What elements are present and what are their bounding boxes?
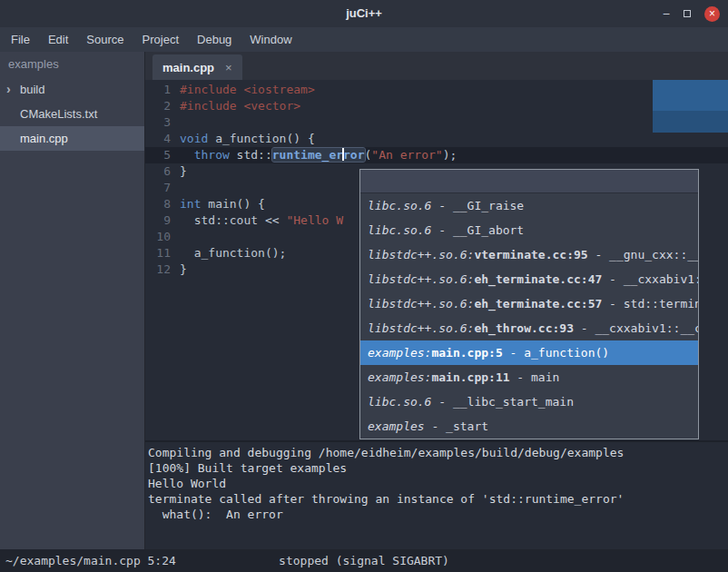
frame-library: libc.so.6 xyxy=(368,395,431,409)
backtrace-item[interactable]: libstdc++.so.6:eh_terminate.cc:57 - std:… xyxy=(360,291,698,316)
backtrace-item[interactable]: libc.so.6 - __libc_start_main xyxy=(360,390,698,414)
tree-item-label: CMakeLists.txt xyxy=(20,107,97,121)
frame-function: - __gnu_cxx::__verbos xyxy=(588,248,698,261)
code-segment: throw xyxy=(194,148,230,162)
project-name: examples xyxy=(0,52,144,77)
frame-function: - __libc_start_main xyxy=(431,395,574,409)
tree-item-cmakelists-txt[interactable]: CMakeLists.txt xyxy=(0,102,144,126)
frame-location: main.cpp:5 xyxy=(431,346,502,360)
line-number: 10 xyxy=(147,229,171,245)
line-number: 1 xyxy=(147,82,171,98)
code-segment: #include <iostream> xyxy=(180,83,315,96)
backtrace-item[interactable]: examples - _start xyxy=(360,414,698,439)
menu-item-edit[interactable]: Edit xyxy=(39,27,77,52)
line-number: 8 xyxy=(147,196,171,212)
expander-icon[interactable]: › xyxy=(6,77,11,102)
tab-close-icon[interactable]: × xyxy=(225,61,232,74)
frame-library: libstdc++.so.6: xyxy=(368,248,474,261)
frame-location: eh_terminate.cc:47 xyxy=(474,272,602,286)
code-segment: } xyxy=(180,262,187,276)
maximize-icon[interactable] xyxy=(684,10,691,17)
backtrace-item[interactable]: libstdc++.so.6:eh_terminate.cc:47 - __cx… xyxy=(360,267,698,291)
code-segment xyxy=(180,148,194,162)
minimize-icon[interactable]: − xyxy=(663,7,670,20)
popup-search-input[interactable] xyxy=(360,170,698,193)
menu-item-debug[interactable]: Debug xyxy=(188,27,241,52)
frame-function: - __cxxabiv1::__term xyxy=(602,272,698,286)
terminal-output[interactable]: Compiling and debugging /home/eidheim/ex… xyxy=(145,440,728,549)
menubar: FileEditSourceProjectDebugWindow xyxy=(0,27,728,52)
menu-item-source[interactable]: Source xyxy=(77,27,133,52)
exception-tooltip xyxy=(653,80,728,133)
tree-item-main-cpp[interactable]: main.cpp xyxy=(0,126,144,151)
tree-item-label: build xyxy=(20,83,44,96)
line-number: 7 xyxy=(147,180,171,196)
line-number: 2 xyxy=(147,98,171,114)
frame-library: examples: xyxy=(368,346,431,360)
frame-function: - __cxxabiv1::__cxa_thro xyxy=(574,321,698,335)
frame-location: eh_terminate.cc:57 xyxy=(474,297,602,311)
frame-function: - a_function() xyxy=(503,346,609,360)
code-segment: #include <vector> xyxy=(180,99,300,113)
frame-library: libc.so.6 xyxy=(368,199,431,212)
code-segment: a_function(); xyxy=(180,246,286,260)
code-line[interactable]: 5 throw std::runtime_error("An error"); xyxy=(145,147,728,163)
code-segment: } xyxy=(180,164,187,178)
frame-location: main.cpp:11 xyxy=(431,370,509,384)
backtrace-item[interactable]: libc.so.6 - __GI_abort xyxy=(360,218,698,242)
code-segment: runtime_error xyxy=(272,148,365,162)
code-text: void a_function() { xyxy=(180,131,728,147)
code-line[interactable]: 3 xyxy=(145,114,728,131)
status-file-position: ~/examples/main.cpp 5:24 xyxy=(0,554,176,567)
frame-function: - std::terminate() xyxy=(602,297,698,311)
frame-library: libstdc++.so.6: xyxy=(368,321,474,335)
backtrace-item[interactable]: libc.so.6 - __GI_raise xyxy=(360,193,698,218)
tab-label: main.cpp xyxy=(162,61,214,74)
code-text xyxy=(180,114,728,131)
window-controls: − × xyxy=(663,0,720,27)
backtrace-item[interactable]: libstdc++.so.6:vterminate.cc:95 - __gnu_… xyxy=(360,242,698,267)
code-segment: std:: xyxy=(230,148,272,162)
code-line[interactable]: 2#include <vector> xyxy=(145,98,728,114)
code-text: #include <iostream> xyxy=(180,82,728,98)
tree-item-label: main.cpp xyxy=(20,132,68,145)
frame-function: - main xyxy=(510,370,560,384)
menu-item-project[interactable]: Project xyxy=(133,27,188,52)
frame-library: libstdc++.so.6: xyxy=(368,297,474,311)
line-number: 12 xyxy=(147,261,171,278)
menu-item-file[interactable]: File xyxy=(2,27,39,52)
main-column: main.cpp × 1#include <iostream>2#include… xyxy=(145,52,728,549)
editor-pane[interactable]: 1#include <iostream>2#include <vector>34… xyxy=(145,80,728,440)
app-window: juCi++ − × FileEditSourceProjectDebugWin… xyxy=(0,0,728,572)
line-number: 11 xyxy=(147,245,171,261)
content: examples ›buildCMakeLists.txtmain.cpp ma… xyxy=(0,52,728,549)
tab-main-cpp[interactable]: main.cpp × xyxy=(152,54,242,80)
terminal-line: what(): An error xyxy=(148,507,728,522)
titlebar[interactable]: juCi++ − × xyxy=(0,0,728,27)
line-number: 9 xyxy=(147,212,171,229)
backtrace-list: libc.so.6 - __GI_raiselibc.so.6 - __GI_a… xyxy=(360,193,698,439)
backtrace-item[interactable]: examples:main.cpp:11 - main xyxy=(360,365,698,390)
terminal-line: terminate called after throwing an insta… xyxy=(148,491,728,507)
line-number: 3 xyxy=(147,114,171,131)
tree-item-build[interactable]: ›build xyxy=(0,77,144,102)
close-icon[interactable]: × xyxy=(704,6,720,22)
statusbar: stopped (signal SIGABRT) ~/examples/main… xyxy=(0,549,728,572)
backtrace-item[interactable]: examples:main.cpp:5 - a_function() xyxy=(360,340,698,365)
frame-function: - _start xyxy=(425,419,488,433)
line-number: 4 xyxy=(147,131,171,147)
code-segment: a_function() { xyxy=(208,132,314,145)
file-tree: ›buildCMakeLists.txtmain.cpp xyxy=(0,77,144,151)
code-line[interactable]: 4void a_function() { xyxy=(145,131,728,147)
frame-library: examples: xyxy=(368,370,431,384)
code-line[interactable]: 1#include <iostream> xyxy=(145,82,728,98)
frame-library: libc.so.6 xyxy=(368,223,431,237)
backtrace-item[interactable]: libstdc++.so.6:eh_throw.cc:93 - __cxxabi… xyxy=(360,316,698,340)
code-segment: ); xyxy=(443,148,457,162)
frame-location: eh_throw.cc:93 xyxy=(474,321,574,335)
terminal-line: Compiling and debugging /home/eidheim/ex… xyxy=(148,445,728,460)
frame-library: libstdc++.so.6: xyxy=(368,272,474,286)
menu-item-window[interactable]: Window xyxy=(241,27,300,52)
code-text: #include <vector> xyxy=(180,98,728,114)
frame-library: examples xyxy=(368,419,425,433)
